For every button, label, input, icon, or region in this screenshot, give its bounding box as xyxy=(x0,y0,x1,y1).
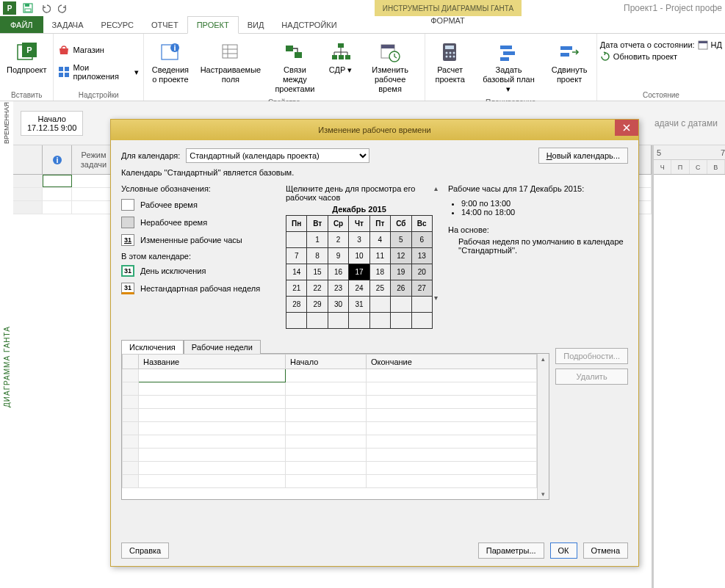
calendar-day[interactable]: 16 xyxy=(328,264,348,280)
calendar-day[interactable]: 6 xyxy=(411,232,432,248)
calendar-day[interactable]: 22 xyxy=(307,280,328,297)
calendar-day[interactable]: 9 xyxy=(328,248,348,264)
project-info-button[interactable]: i Сведения о проекте xyxy=(147,38,194,87)
calendar-day[interactable]: 26 xyxy=(391,280,411,297)
new-calendar-button[interactable]: Новый календарь... xyxy=(538,148,628,164)
calendar-day[interactable]: 18 xyxy=(369,264,390,280)
calendar-day[interactable] xyxy=(349,313,369,329)
tab-task[interactable]: ЗАДАЧА xyxy=(43,16,93,33)
calendar-day[interactable] xyxy=(328,313,348,329)
cal-next-month[interactable]: ▾ xyxy=(434,294,438,302)
table-row[interactable] xyxy=(123,409,537,422)
calendar-day[interactable]: 2 xyxy=(328,232,348,248)
move-project-button[interactable]: Сдвинуть проект xyxy=(545,38,594,87)
help-button[interactable]: Справка xyxy=(121,542,169,559)
table-row[interactable] xyxy=(123,369,537,382)
calendar-day[interactable]: 29 xyxy=(307,297,328,313)
tab-exceptions[interactable]: Исключения xyxy=(121,340,184,354)
tab-project[interactable]: ПРОЕКТ xyxy=(187,16,239,34)
gantt-chart[interactable]: 57 ЧПСВ xyxy=(652,145,725,588)
calendar-day[interactable]: 13 xyxy=(411,248,432,264)
calendar-day[interactable]: 5 xyxy=(391,232,411,248)
details-button[interactable]: Подробности... xyxy=(555,348,628,364)
table-row[interactable] xyxy=(123,396,537,409)
custom-fields-button[interactable]: Настраиваемые поля xyxy=(197,38,265,87)
calendar-day[interactable]: 30 xyxy=(328,297,348,313)
calendar-day[interactable]: 27 xyxy=(411,280,432,297)
calendar-day[interactable] xyxy=(391,313,411,329)
table-row[interactable] xyxy=(123,449,537,462)
tab-addins[interactable]: НАДСТРОЙКИ xyxy=(273,16,345,33)
calendar-day[interactable]: 7 xyxy=(286,248,307,264)
myapps-button[interactable]: Мои приложения ▾ xyxy=(57,62,140,82)
calendar-day[interactable]: 8 xyxy=(307,248,328,264)
tab-resource[interactable]: РЕСУРС xyxy=(93,16,143,33)
calendar-day[interactable]: 21 xyxy=(286,280,307,297)
calendar-day[interactable]: 17 xyxy=(349,264,369,280)
calendar-day[interactable] xyxy=(411,313,432,329)
col-indicators[interactable]: i xyxy=(43,145,72,174)
table-row[interactable] xyxy=(123,475,537,488)
calendar-day[interactable]: 1 xyxy=(307,232,328,248)
options-button[interactable]: Параметры... xyxy=(478,542,544,559)
calendar-day[interactable]: 12 xyxy=(391,248,411,264)
calendar-day[interactable]: 14 xyxy=(286,264,307,280)
tab-format[interactable]: ФОРМАТ xyxy=(420,16,475,25)
wbs-button[interactable]: СДР ▾ xyxy=(325,38,356,77)
cal-prev-month[interactable]: ▴ xyxy=(434,184,438,192)
calendar-day[interactable]: 31 xyxy=(349,297,369,313)
calendar-day[interactable] xyxy=(369,297,390,313)
calendar-day[interactable]: 20 xyxy=(411,264,432,280)
svg-rect-21 xyxy=(339,55,344,59)
group-addins-label: Надстройки xyxy=(57,90,140,101)
subproject-button[interactable]: P Подпроект xyxy=(3,38,50,77)
calendar-day[interactable] xyxy=(369,313,390,329)
calendar-day[interactable]: 10 xyxy=(349,248,369,264)
links-icon xyxy=(283,40,306,64)
tab-work-weeks[interactable]: Рабочие недели xyxy=(184,340,261,354)
calendar[interactable]: Щелкните день для просмотра его рабочих … xyxy=(286,184,433,329)
tab-file[interactable]: ФАЙЛ xyxy=(0,16,43,33)
timeline-start[interactable]: Начало 17.12.15 9:00 xyxy=(21,111,83,136)
calendar-select[interactable]: Стандартный (календарь проекта) xyxy=(186,148,369,163)
exceptions-table[interactable]: Название Начало Окончание xyxy=(122,354,537,499)
svg-rect-9 xyxy=(65,73,69,77)
table-row[interactable] xyxy=(123,435,537,449)
status-date-row[interactable]: Дата отчета о состоянии: НД xyxy=(600,40,722,50)
calendar-day[interactable]: 24 xyxy=(349,280,369,297)
calendar-day[interactable] xyxy=(286,313,307,329)
table-row[interactable] xyxy=(123,462,537,475)
calendar-day[interactable]: 23 xyxy=(328,280,348,297)
update-project-button[interactable]: Обновить проект xyxy=(600,51,677,62)
calendar-day[interactable]: 28 xyxy=(286,297,307,313)
calendar-day[interactable] xyxy=(307,313,328,329)
calendar-day[interactable]: 3 xyxy=(349,232,369,248)
baseline-button[interactable]: Задать базовый план▾ xyxy=(475,38,543,97)
redo-icon[interactable] xyxy=(57,2,69,14)
calendar-day[interactable]: 25 xyxy=(369,280,390,297)
change-working-time-button[interactable]: Изменить рабочее время xyxy=(359,38,422,97)
scrollbar[interactable]: ▴▾ xyxy=(537,354,549,499)
calculate-button[interactable]: Расчет проекта xyxy=(428,38,472,87)
save-icon[interactable] xyxy=(22,2,34,14)
links-button[interactable]: Связи между проектами xyxy=(267,38,322,97)
undo-icon[interactable] xyxy=(40,2,51,14)
calendar-day[interactable]: 11 xyxy=(369,248,390,264)
tab-report[interactable]: ОТЧЕТ xyxy=(143,16,187,33)
table-row[interactable] xyxy=(123,422,537,435)
calendar-day[interactable] xyxy=(391,297,411,313)
calendar-day[interactable]: 19 xyxy=(391,264,411,280)
cancel-button[interactable]: Отмена xyxy=(583,542,628,559)
delete-button[interactable]: Удалить xyxy=(555,369,628,385)
close-button[interactable] xyxy=(615,120,638,136)
col-task-mode[interactable]: Режимзадачи xyxy=(72,145,116,174)
timeline-hint: адачи с датами xyxy=(654,118,718,128)
calendar-day[interactable]: 4 xyxy=(369,232,390,248)
tab-view[interactable]: ВИД xyxy=(239,16,273,33)
calendar-day[interactable]: 15 xyxy=(307,264,328,280)
store-button[interactable]: Магазин xyxy=(57,43,105,57)
table-row[interactable] xyxy=(123,382,537,396)
calendar-day[interactable] xyxy=(286,232,307,248)
calendar-day[interactable] xyxy=(411,297,432,313)
ok-button[interactable]: ОК xyxy=(550,542,577,559)
